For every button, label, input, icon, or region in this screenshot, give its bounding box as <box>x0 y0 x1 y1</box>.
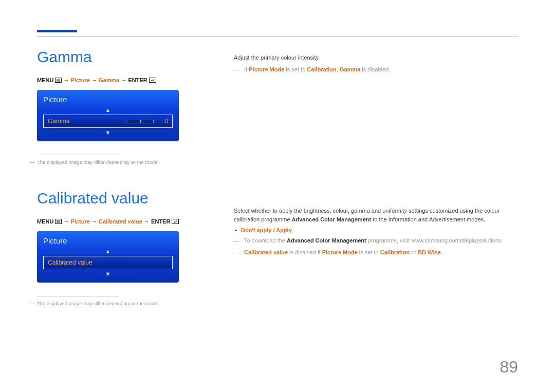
enter-icon <box>172 219 179 225</box>
apply-option-bullet: Don't apply / Apply <box>241 227 518 233</box>
text: is set to <box>358 249 380 255</box>
text: to the Information and Advertisement mod… <box>371 216 485 222</box>
menu-icon <box>55 219 62 225</box>
chevron-down-icon[interactable]: ▼ <box>43 271 173 277</box>
calibrated-selected-row[interactable]: Calibrated value <box>43 256 173 269</box>
chevron-down-icon[interactable]: ▼ <box>43 129 173 136</box>
gamma-slider[interactable] <box>126 120 154 123</box>
picture-mode-label: Picture Mode <box>322 249 358 255</box>
gamma-ui-panel: Picture ▲ Gamma 0 ▼ <box>37 90 179 141</box>
path-enter-label: ENTER <box>151 218 170 225</box>
calibrated-menu-path: MENU → Picture → Calibrated value → ENTE… <box>37 218 186 225</box>
gamma-heading: Gamma <box>37 48 186 66</box>
text: To download the <box>244 237 287 244</box>
acm-label: Advanced Color Management <box>292 216 372 222</box>
path-gamma: Gamma <box>99 77 119 83</box>
text: is disabled. <box>360 66 390 72</box>
calibrated-value-label: Calibrated value <box>244 249 288 255</box>
path-enter-label: ENTER <box>128 77 147 83</box>
calibration-label: Calibration <box>380 249 410 255</box>
gamma-panel-title: Picture <box>43 95 173 104</box>
svg-rect-4 <box>149 78 156 83</box>
path-menu-label: MENU <box>37 77 53 83</box>
gamma-remark: If Picture Mode is set to Calibration, G… <box>234 65 518 74</box>
text: programme, visit www.samsung.com/display… <box>366 237 503 244</box>
gamma-description-block: Adjust the primary colour intensity. If … <box>234 53 518 77</box>
calibrated-remark-disabled: Calibrated value is disabled if Picture … <box>234 248 518 257</box>
text: is set to <box>284 66 307 72</box>
acm-label: Advanced Color Management <box>287 237 366 244</box>
calibrated-description-block: Select whether to apply the brightness, … <box>234 207 518 260</box>
gamma-menu-path: MENU → Picture → Gamma → ENTER <box>37 77 186 84</box>
menu-icon <box>55 78 62 84</box>
svg-rect-9 <box>172 219 179 224</box>
page-number: 89 <box>499 358 518 377</box>
text: If <box>244 66 249 72</box>
gamma-image-note: The displayed image may differ depending… <box>37 159 186 165</box>
chevron-up-icon[interactable]: ▲ <box>43 107 173 113</box>
note-divider <box>37 155 119 155</box>
gamma-label: Gamma <box>340 66 360 72</box>
gamma-row-label: Gamma <box>48 118 70 125</box>
calibrated-ui-panel: Picture ▲ Calibrated value ▼ <box>37 231 179 283</box>
top-accent-bar <box>37 30 77 32</box>
gamma-description: Adjust the primary colour intensity. <box>234 53 518 62</box>
gamma-slider-fill <box>140 120 141 123</box>
gamma-row-value: 0 <box>160 118 168 125</box>
calibrated-row-label: Calibrated value <box>48 259 92 266</box>
top-horizontal-rule <box>37 36 518 36</box>
chevron-up-icon[interactable]: ▲ <box>43 248 173 254</box>
calibrated-remark-download: To download the Advanced Color Managemen… <box>234 236 518 245</box>
path-picture: Picture <box>71 77 90 83</box>
gamma-selected-row[interactable]: Gamma 0 <box>43 115 173 128</box>
path-picture: Picture <box>71 218 90 225</box>
calibrated-image-note: The displayed image may differ depending… <box>37 301 186 306</box>
left-column: Gamma MENU → Picture → Gamma → ENTER Pic… <box>37 48 186 306</box>
calibrated-description: Select whether to apply the brightness, … <box>234 207 518 224</box>
calibrated-panel-title: Picture <box>43 236 173 245</box>
calibrated-heading: Calibrated value <box>37 190 186 207</box>
path-calibrated-value: Calibrated value <box>99 218 142 225</box>
calibration-label: Calibration <box>307 66 336 72</box>
text: is disabled if <box>288 249 322 255</box>
path-menu-label: MENU <box>37 218 53 225</box>
text: or <box>410 249 418 255</box>
note-divider <box>37 296 119 296</box>
enter-icon <box>149 78 156 84</box>
picture-mode-label: Picture Mode <box>249 66 284 72</box>
text: . <box>441 249 442 255</box>
bd-wise-label: BD Wise <box>418 249 441 255</box>
